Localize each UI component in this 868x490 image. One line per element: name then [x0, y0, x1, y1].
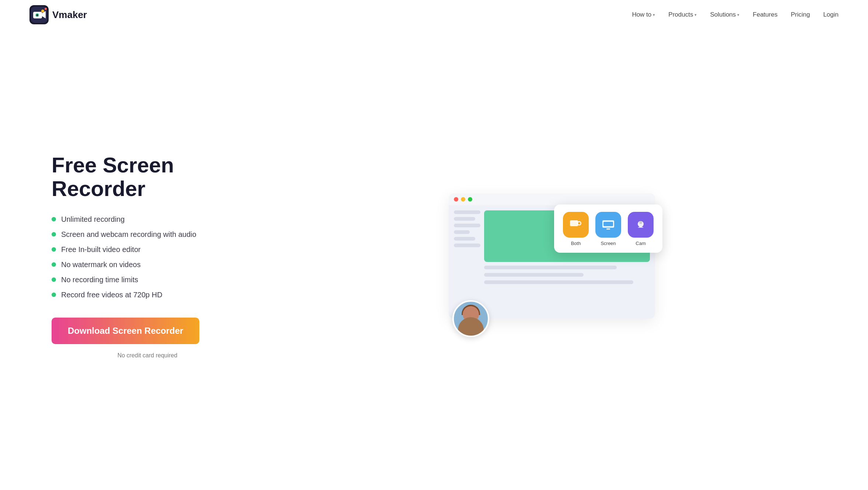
screen-label: Screen: [601, 241, 616, 246]
nav-link-features[interactable]: Features: [753, 11, 777, 18]
nav-link-pricing[interactable]: Pricing: [791, 11, 810, 18]
nav-item-pricing[interactable]: Pricing: [791, 11, 810, 18]
cam-icon: [628, 212, 654, 238]
nav-item-features[interactable]: Features: [753, 11, 777, 18]
user-avatar: [452, 300, 489, 337]
browser-sidebar: [454, 210, 480, 314]
chevron-down-icon: ▾: [694, 13, 697, 17]
logo-icon: [29, 5, 49, 24]
feature-item: Free In-built video editor: [52, 245, 243, 254]
feature-item: No recording time limits: [52, 276, 243, 284]
logo-link[interactable]: Vmaker: [29, 5, 87, 24]
both-icon: [563, 212, 589, 238]
bullet-dot: [52, 262, 56, 267]
nav-item-products[interactable]: Products ▾: [668, 11, 697, 18]
bullet-dot: [52, 293, 56, 297]
recording-option-both[interactable]: Both: [563, 212, 589, 246]
logo-text: Vmaker: [52, 9, 87, 21]
feature-list: Unlimited recordingScreen and webcam rec…: [52, 215, 243, 299]
feature-item: Screen and webcam recording with audio: [52, 230, 243, 239]
recording-option-cam[interactable]: Cam: [628, 212, 654, 246]
hero-title: Free Screen Recorder: [52, 153, 243, 200]
content-line: [484, 273, 584, 277]
no-credit-text: No credit card required: [52, 352, 243, 359]
sidebar-line: [454, 244, 480, 247]
svg-point-10: [578, 222, 580, 224]
sidebar-line: [454, 237, 475, 241]
svg-rect-8: [570, 220, 578, 226]
svg-point-7: [45, 8, 47, 10]
screen-icon: [595, 212, 621, 238]
hero-illustration: Both Screen: [265, 193, 839, 319]
recording-option-screen[interactable]: Screen: [595, 212, 621, 246]
nav-link-solutions[interactable]: Solutions ▾: [710, 11, 739, 18]
hero-section: Free Screen Recorder Unlimited recording…: [0, 29, 868, 490]
cam-label: Cam: [636, 241, 645, 246]
bullet-dot: [52, 277, 56, 282]
sidebar-line: [454, 224, 480, 227]
close-window-icon: [454, 197, 458, 202]
bullet-dot: [52, 217, 56, 221]
chevron-down-icon: ▾: [737, 13, 739, 17]
nav-link-login[interactable]: Login: [823, 11, 839, 18]
download-button[interactable]: Download Screen Recorder: [52, 318, 199, 344]
nav-item-login[interactable]: Login: [823, 11, 839, 18]
feature-item: Unlimited recording: [52, 215, 243, 224]
svg-point-15: [639, 221, 642, 224]
sidebar-line: [454, 230, 470, 234]
sidebar-line: [454, 210, 480, 214]
chevron-down-icon: ▾: [653, 13, 655, 17]
nav-link-products[interactable]: Products ▾: [668, 11, 697, 18]
navigation: Vmaker How to ▾ Products ▾ Solutions ▾ F…: [0, 0, 868, 29]
browser-mockup: Both Screen: [449, 193, 655, 319]
content-line: [484, 280, 633, 284]
svg-rect-13: [603, 222, 613, 226]
browser-titlebar: [449, 193, 655, 205]
nav-link-howto[interactable]: How to ▾: [632, 11, 655, 18]
maximize-window-icon: [468, 197, 472, 202]
nav-links: How to ▾ Products ▾ Solutions ▾ Features…: [632, 11, 839, 18]
nav-item-howto[interactable]: How to ▾: [632, 11, 655, 18]
svg-point-5: [36, 14, 38, 16]
minimize-window-icon: [461, 197, 465, 202]
bullet-dot: [52, 232, 56, 237]
both-label: Both: [571, 241, 581, 246]
nav-item-solutions[interactable]: Solutions ▾: [710, 11, 739, 18]
sidebar-line: [454, 217, 475, 221]
hero-content-left: Free Screen Recorder Unlimited recording…: [52, 153, 243, 359]
bullet-dot: [52, 247, 56, 252]
feature-item: Record free videos at 720p HD: [52, 291, 243, 299]
feature-item: No watermark on videos: [52, 260, 243, 269]
recording-options-popup: Both Screen: [554, 204, 662, 253]
svg-rect-12: [606, 228, 610, 230]
avatar-body: [458, 317, 484, 336]
svg-point-6: [41, 10, 44, 13]
content-line: [484, 266, 617, 269]
